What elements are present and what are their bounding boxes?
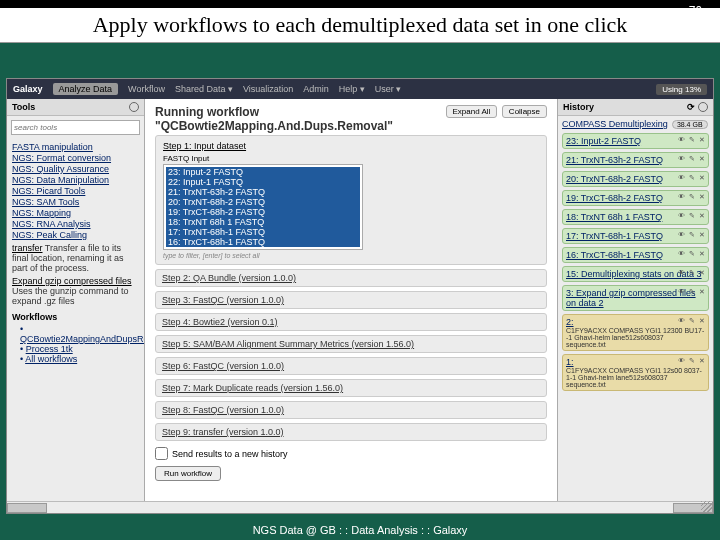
option[interactable]: 22: Input-1 FASTQ bbox=[166, 177, 360, 187]
resize-handle[interactable] bbox=[701, 501, 713, 513]
history-item[interactable]: 18: TrxNT 68h 1 FASTQ👁 ✎ ✕ bbox=[562, 209, 709, 225]
nav-workflow[interactable]: Workflow bbox=[128, 84, 165, 94]
refresh-icon[interactable]: ⟳ bbox=[687, 102, 695, 112]
history-item[interactable]: 21: TrxNT-63h-2 FASTQ👁 ✎ ✕ bbox=[562, 152, 709, 168]
tool-gzip[interactable]: Expand gzip compressed files bbox=[12, 276, 132, 286]
tool-link[interactable]: NGS: Format conversion bbox=[12, 153, 139, 163]
item-actions[interactable]: 👁 ✎ ✕ bbox=[678, 269, 706, 277]
nav-visualization[interactable]: Visualization bbox=[243, 84, 293, 94]
top-nav: Galaxy Analyze Data Workflow Shared Data… bbox=[7, 79, 713, 99]
expand-all-button[interactable]: Expand All bbox=[446, 105, 498, 118]
item-actions[interactable]: 👁 ✎ ✕ bbox=[678, 288, 706, 296]
select-hint: type to filter, [enter] to select all bbox=[163, 252, 539, 259]
wf-item[interactable]: All workflows bbox=[25, 354, 77, 364]
step-row[interactable]: Step 5: SAM/BAM Alignment Summary Metric… bbox=[155, 335, 547, 353]
history-header: History⟳ bbox=[558, 99, 713, 116]
item-actions[interactable]: 👁 ✎ ✕ bbox=[678, 250, 706, 258]
option[interactable]: 20: TrxNT-68h-2 FASTQ bbox=[166, 197, 360, 207]
nav-help[interactable]: Help ▾ bbox=[339, 84, 365, 94]
step-row[interactable]: Step 2: QA Bundle (version 1.0.0) bbox=[155, 269, 547, 287]
tool-link[interactable]: FASTA manipulation bbox=[12, 142, 139, 152]
tool-link[interactable]: NGS: Mapping bbox=[12, 208, 139, 218]
option[interactable]: 21: TrxNT-63h-2 FASTQ bbox=[166, 187, 360, 197]
step-row[interactable]: Step 3: FastQC (version 1.0.0) bbox=[155, 291, 547, 309]
nav-user[interactable]: User ▾ bbox=[375, 84, 402, 94]
option[interactable]: 23: Input-2 FASTQ bbox=[166, 167, 360, 177]
nav-shared[interactable]: Shared Data ▾ bbox=[175, 84, 233, 94]
step-row[interactable]: Step 8: FastQC (version 1.0.0) bbox=[155, 401, 547, 419]
step-1-box: Step 1: Input dataset FASTQ Input 23: In… bbox=[155, 135, 547, 265]
history-item[interactable]: 19: TrxCT-68h-2 FASTQ👁 ✎ ✕ bbox=[562, 190, 709, 206]
gear-icon[interactable] bbox=[698, 102, 708, 112]
step-1-label[interactable]: Step 1: Input dataset bbox=[163, 141, 539, 151]
tools-panel: Tools FASTA manipulation NGS: Format con… bbox=[7, 99, 145, 513]
history-item[interactable]: 1:👁 ✎ ✕C1FY9ACXX COMPASS YGI1 12s00 8037… bbox=[562, 354, 709, 391]
size-badge: 38.4 GB bbox=[672, 120, 708, 129]
center-panel: Expand All Collapse Running workflow "QC… bbox=[145, 99, 557, 513]
step-row[interactable]: Step 4: Bowtie2 (version 0.1) bbox=[155, 313, 547, 331]
scrollbar[interactable] bbox=[7, 501, 713, 513]
nav-analyze[interactable]: Analyze Data bbox=[53, 83, 119, 95]
history-item[interactable]: 17: TrxNT-68h-1 FASTQ👁 ✎ ✕ bbox=[562, 228, 709, 244]
step-row[interactable]: Step 7: Mark Duplicate reads (version 1.… bbox=[155, 379, 547, 397]
usage-badge: Using 13% bbox=[656, 84, 707, 95]
item-actions[interactable]: 👁 ✎ ✕ bbox=[678, 212, 706, 220]
history-item[interactable]: 20: TrxNT-68h-2 FASTQ👁 ✎ ✕ bbox=[562, 171, 709, 187]
tool-link[interactable]: NGS: Picard Tools bbox=[12, 186, 139, 196]
tools-header: Tools bbox=[7, 99, 144, 116]
tool-link[interactable]: NGS: Peak Calling bbox=[12, 230, 139, 240]
collapse-button[interactable]: Collapse bbox=[502, 105, 547, 118]
step-row[interactable]: Step 6: FastQC (version 1.0.0) bbox=[155, 357, 547, 375]
item-actions[interactable]: 👁 ✎ ✕ bbox=[678, 136, 706, 144]
run-workflow-button[interactable]: Run workflow bbox=[155, 466, 221, 481]
workflows-header: Workflows bbox=[12, 312, 139, 322]
scroll-thumb[interactable] bbox=[7, 503, 47, 513]
tool-link[interactable]: NGS: Quality Assurance bbox=[12, 164, 139, 174]
option[interactable]: 18: TrxNT 68h 1 FASTQ bbox=[166, 217, 360, 227]
nav-admin[interactable]: Admin bbox=[303, 84, 329, 94]
history-name[interactable]: COMPASS Demultiplexing bbox=[562, 119, 668, 129]
dataset-multiselect[interactable]: 23: Input-2 FASTQ 22: Input-1 FASTQ 21: … bbox=[163, 164, 363, 250]
wf-item[interactable]: Process 1tk bbox=[26, 344, 73, 354]
item-actions[interactable]: 👁 ✎ ✕ bbox=[678, 193, 706, 201]
step-row[interactable]: Step 9: transfer (version 1.0.0) bbox=[155, 423, 547, 441]
option[interactable]: 16: TrxCT-68h-1 FASTQ bbox=[166, 237, 360, 247]
item-actions[interactable]: 👁 ✎ ✕ bbox=[678, 174, 706, 182]
slide-title: Apply workflows to each demultiplexed da… bbox=[0, 8, 720, 43]
history-item[interactable]: 23: Input-2 FASTQ👁 ✎ ✕ bbox=[562, 133, 709, 149]
history-item[interactable]: 3: Expand gzip compressed files on data … bbox=[562, 285, 709, 311]
option[interactable]: 17: TrxNT-68h-1 FASTQ bbox=[166, 227, 360, 237]
gear-icon[interactable] bbox=[129, 102, 139, 112]
item-actions[interactable]: 👁 ✎ ✕ bbox=[678, 357, 706, 365]
slide-number: 76 bbox=[689, 4, 702, 18]
tool-link[interactable]: NGS: RNA Analysis bbox=[12, 219, 139, 229]
galaxy-app: Galaxy Analyze Data Workflow Shared Data… bbox=[6, 78, 714, 514]
history-item[interactable]: 16: TrxCT-68h-1 FASTQ👁 ✎ ✕ bbox=[562, 247, 709, 263]
tool-link[interactable]: NGS: Data Manipulation bbox=[12, 175, 139, 185]
new-history-checkbox[interactable]: Send results to a new history bbox=[155, 447, 547, 460]
tool-link[interactable]: NGS: SAM Tools bbox=[12, 197, 139, 207]
history-item[interactable]: 2:👁 ✎ ✕C1FY9ACXX COMPASS YGI1 12300 BU17… bbox=[562, 314, 709, 351]
tool-transfer[interactable]: transfer bbox=[12, 243, 43, 253]
input-label: FASTQ Input bbox=[163, 154, 539, 163]
history-item[interactable]: 15: Demultiplexing stats on data 3👁 ✎ ✕ bbox=[562, 266, 709, 282]
history-panel: History⟳ COMPASS Demultiplexing38.4 GB 2… bbox=[557, 99, 713, 513]
search-input[interactable] bbox=[11, 120, 140, 135]
item-actions[interactable]: 👁 ✎ ✕ bbox=[678, 155, 706, 163]
item-actions[interactable]: 👁 ✎ ✕ bbox=[678, 231, 706, 239]
wf-item[interactable]: QCBowtie2MappingAndDupsRemoval bbox=[20, 334, 144, 344]
slide-footer: NGS Data @ GB : : Data Analysis : : Gala… bbox=[0, 524, 720, 536]
option[interactable]: 19: TrxCT-68h-2 FASTQ bbox=[166, 207, 360, 217]
item-actions[interactable]: 👁 ✎ ✕ bbox=[678, 317, 706, 325]
logo: Galaxy bbox=[13, 84, 43, 94]
